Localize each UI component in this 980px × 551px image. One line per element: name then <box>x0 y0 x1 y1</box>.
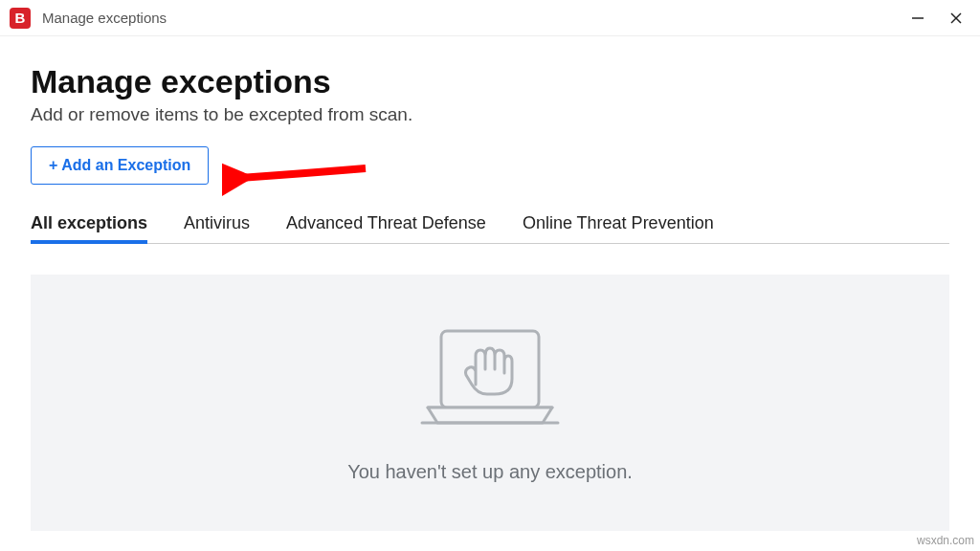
empty-state-panel: You haven't set up any exception. <box>31 275 949 531</box>
window-title: Manage exceptions <box>42 10 909 26</box>
minimize-button[interactable] <box>909 10 926 27</box>
tab-online-threat-prevention[interactable]: Online Threat Prevention <box>523 213 714 243</box>
page-title: Manage exceptions <box>31 63 949 100</box>
content-area: Manage exceptions Add or remove items to… <box>0 36 980 531</box>
tab-all-exceptions[interactable]: All exceptions <box>31 213 147 243</box>
empty-state-message: You haven't set up any exception. <box>347 461 633 483</box>
close-button[interactable] <box>947 10 965 27</box>
add-exception-label: + Add an Exception <box>49 157 190 174</box>
page-subtitle: Add or remove items to be excepted from … <box>31 104 949 125</box>
titlebar: B Manage exceptions <box>0 0 980 36</box>
app-icon: B <box>10 8 31 29</box>
empty-laptop-hand-icon <box>409 323 571 438</box>
watermark-text: wsxdn.com <box>917 534 974 547</box>
window-controls <box>909 10 970 27</box>
tab-antivirus[interactable]: Antivirus <box>184 213 250 243</box>
tab-advanced-threat-defense[interactable]: Advanced Threat Defense <box>286 213 486 243</box>
svg-rect-3 <box>441 331 539 408</box>
add-exception-button[interactable]: + Add an Exception <box>31 146 209 185</box>
tabs: All exceptions Antivirus Advanced Threat… <box>31 213 949 244</box>
